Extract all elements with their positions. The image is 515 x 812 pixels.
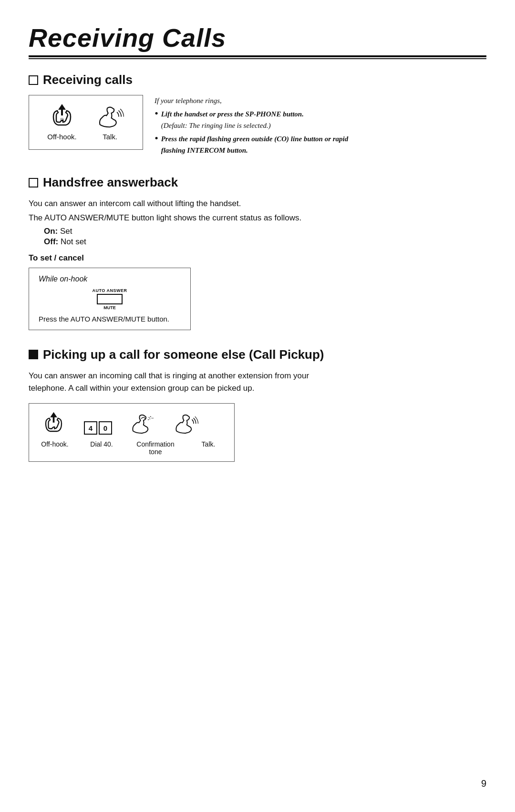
bullet-filled-pickup-icon <box>29 350 38 359</box>
pickup-confirmation-tone-label: Confirmation tone <box>134 440 177 456</box>
bullet-square-icon <box>29 75 38 85</box>
pickup-off-hook-icon <box>41 410 67 437</box>
auto-answer-button-diagram: AUTO ANSWER MUTE <box>39 288 181 310</box>
dial-key-4: 4 <box>84 421 97 435</box>
side-note-bullet2: • Press the rapid flashing green outside… <box>154 133 355 156</box>
phone-diagram-icons: Off-hook. Talk. <box>47 102 124 141</box>
handsfree-on: On: Set <box>44 227 486 236</box>
pickup-talk-label: Talk. <box>194 440 223 448</box>
title-rule <box>29 55 486 59</box>
pickup-off-hook-item <box>41 410 67 437</box>
section-pickup: Picking up a call for someone else (Call… <box>29 347 486 462</box>
to-set-cancel-heading: To set / cancel <box>29 253 486 263</box>
off-hook-phone-icon <box>48 102 76 131</box>
page-number: 9 <box>481 778 486 789</box>
off-hook-label: Off-hook. <box>47 133 76 141</box>
pickup-icons-row: 4 0 <box>41 410 199 437</box>
side-note-bullet2-text: Press the rapid flashing green outside (… <box>161 133 355 156</box>
talk-icon-item: Talk. <box>96 102 124 141</box>
section-receiving: Receiving calls Off-hook. <box>29 73 486 158</box>
pickup-talk-icon <box>173 410 199 437</box>
bullet-dot-1: • <box>154 108 158 131</box>
dial-keys: 4 0 <box>84 421 112 435</box>
pickup-off-hook-label: Off-hook. <box>41 440 69 448</box>
pickup-labels-row: Off-hook. Dial 40. Confirmation tone Tal… <box>41 440 223 456</box>
confirmation-tone-icon <box>129 410 155 437</box>
section-heading-pickup: Picking up a call for someone else (Call… <box>29 347 486 362</box>
while-on-hook-label: While on-hook <box>39 275 181 283</box>
mute-label: MUTE <box>103 305 116 310</box>
bullet-square-handsfree-icon <box>29 178 38 187</box>
page-title: Receiving Calls <box>29 23 486 52</box>
handsfree-off: Off: Not set <box>44 237 486 247</box>
side-note-header: If your telephone rings, <box>154 95 355 106</box>
pickup-talk-item <box>173 410 199 437</box>
section-heading-handsfree: Handsfree answerback <box>29 175 486 190</box>
instruction-text: Press the AUTO ANSWER/MUTE button. <box>39 315 181 323</box>
pickup-body1: You can answer an incoming call that is … <box>29 370 486 395</box>
off-hook-icon-item: Off-hook. <box>47 102 76 141</box>
svg-point-1 <box>60 118 64 121</box>
phone-diagram-box: Off-hook. Talk. <box>29 95 143 150</box>
instruction-box: While on-hook AUTO ANSWER MUTE Press the… <box>29 268 191 330</box>
pickup-dial-keys-item: 4 0 <box>84 421 112 437</box>
auto-answer-button-rect <box>97 294 123 304</box>
side-note-bullet1-text: Lift the handset or press the SP-PHONE b… <box>161 108 304 131</box>
section-heading-receiving: Receiving calls <box>29 73 486 87</box>
auto-answer-label: AUTO ANSWER <box>93 288 127 293</box>
section-heading-handsfree-label: Handsfree answerback <box>43 175 178 190</box>
talk-label: Talk. <box>103 133 117 141</box>
section-heading-label: Receiving calls <box>43 73 133 87</box>
section-heading-pickup-label: Picking up a call for someone else (Call… <box>43 347 324 362</box>
receiving-calls-layout: Off-hook. Talk. If your t <box>29 95 486 158</box>
handsfree-body1: You can answer an intercom call without … <box>29 198 486 210</box>
bullet-dot-2: • <box>154 133 158 156</box>
pickup-dial40-label: Dial 40. <box>86 440 117 448</box>
section-handsfree: Handsfree answerback You can answer an i… <box>29 175 486 330</box>
svg-marker-2 <box>50 412 57 423</box>
pickup-confirmation-tone-item <box>129 410 155 437</box>
pickup-diagram-box: 4 0 <box>29 403 235 462</box>
talk-phone-icon <box>96 102 124 131</box>
dial-key-0: 0 <box>99 421 112 435</box>
side-notes: If your telephone rings, • Lift the hand… <box>154 95 355 158</box>
side-note-bullet1: • Lift the handset or press the SP-PHONE… <box>154 108 355 131</box>
handsfree-body2: The AUTO ANSWER/MUTE button light shows … <box>29 212 486 224</box>
svg-marker-0 <box>58 104 66 115</box>
